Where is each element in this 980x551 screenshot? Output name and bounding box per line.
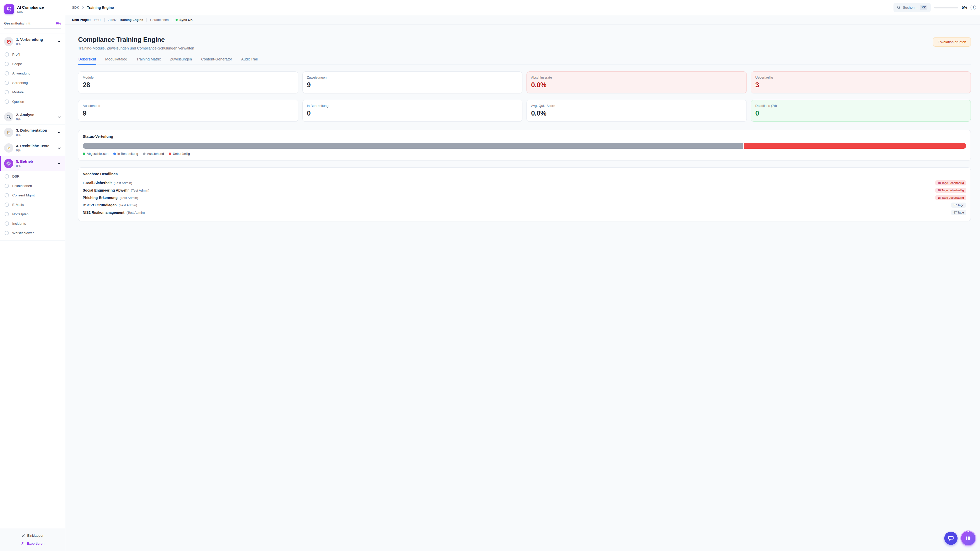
section-title: 3. Dokumentation [16,128,54,132]
stat-value: 0.0% [531,81,742,89]
magnifier-icon [4,112,13,121]
deadline-row-social-engineering-abwehr[interactable]: Social Engineering Abwehr(Test Admin)18 … [83,186,966,194]
stat-card-avg-quiz-score: Avg. Quiz-Score0.0% [527,100,747,122]
stat-value: 9 [307,81,518,89]
page-title: Compliance Training Engine [78,36,194,44]
sidebar-item-e-mails[interactable]: E-Mails [0,200,65,210]
sidebar-item-module[interactable]: Module [0,87,65,97]
stat-card-abschlussrate: Abschlussrate0.0% [527,71,747,94]
sidebar-item-label: Screening [12,81,28,85]
tab-content-generator[interactable]: Content-Generator [201,57,232,65]
floating-buttons [944,531,975,545]
tab-modulkatalog[interactable]: Modulkatalog [105,57,127,65]
tab-training-matrix[interactable]: Training Matrix [136,57,161,65]
page-header-text: Compliance Training Engine Training-Modu… [78,36,194,50]
stat-label: Module [83,76,294,79]
deadline-row-phishing-erkennung[interactable]: Phishing-Erkennung(Test Admin)18 Tage ue… [83,194,966,201]
sidebar-section-1-vorbereitung: 1. Vorbereitung0%ProfilScopeAnwendungScr… [0,34,65,109]
deadline-info: DSGVO Grundlagen(Test Admin) [83,203,137,207]
deadline-badge: 18 Tage ueberfaellig [935,180,966,186]
deadline-info: E-Mail-Sicherheit(Test Admin) [83,181,132,185]
deadline-badge: 18 Tage ueberfaellig [935,195,966,200]
sidebar-item-quellen[interactable]: Quellen [0,97,65,106]
target-icon [4,37,13,46]
stat-card-in-bearbeitung: In Bearbeitung0 [302,100,523,122]
deadline-row-nis2-risikomanagement[interactable]: NIS2 Risikomanagement(Test Admin)57 Tage [83,209,966,216]
chevron-down-icon [57,146,61,150]
sidebar-section-header-5-betrieb[interactable]: 5. Betrieb0% [0,156,65,171]
main-content: Compliance Training Engine Training-Modu… [65,24,980,551]
project-statusbar: Kein Projekt V001 Zuletzt: Training Engi… [65,15,980,24]
sidebar-item-dsr[interactable]: DSR [0,171,65,181]
project-name: Kein Projekt [72,18,91,22]
app-identity: AI Compliance SDK [17,5,44,13]
sidebar-item-eskalationen[interactable]: Eskalationen [0,181,65,191]
sidebar-item-screening[interactable]: Screening [0,78,65,87]
breadcrumb-root[interactable]: SDK [72,6,79,10]
tab-uebersicht[interactable]: Uebersicht [78,57,96,65]
sync-status-label: Sync OK [180,18,192,22]
shield-check-icon [4,4,14,14]
panels-button[interactable] [961,531,975,545]
divider [104,18,105,22]
topbar: SDK Training Engine Suchen... ⌘K 0% [65,0,980,15]
deadline-row-e-mail-sicherheit[interactable]: E-Mail-Sicherheit(Test Admin)18 Tage ueb… [83,179,966,186]
notification-dot [967,530,969,532]
check-escalation-button[interactable]: Eskalation pruefen [933,37,971,47]
section-text: 2. Analyse0% [16,113,54,121]
breadcrumb: SDK Training Engine [72,6,114,10]
app-subtitle: SDK [17,10,44,13]
sidebar-item-notfallplan[interactable]: Notfallplan [0,210,65,219]
section-title: 4. Rechtliche Texte [16,144,54,148]
help-icon[interactable]: ? [970,5,976,10]
sidebar-section-header-1-vorbereitung[interactable]: 1. Vorbereitung0% [0,34,65,49]
stat-card-zuweisungen: Zuweisungen9 [302,71,523,94]
sidebar-section-header-2-analyse[interactable]: 2. Analyse0% [0,109,65,124]
tab-audit-trail[interactable]: Audit Trail [241,57,258,65]
last-module-label: Zuletzt: Training Engine [108,18,143,22]
stat-value: 3 [756,81,966,89]
radio-circle-icon [5,100,9,104]
export-button[interactable]: Exportieren [0,540,65,548]
overall-progress-value: 0% [56,21,61,25]
sidebar-item-anwendung[interactable]: Anwendung [0,68,65,78]
legend-item-in-bearbeitung: In Bearbeitung [113,152,138,156]
chevron-down-icon [57,115,61,119]
sidebar-item-label: Incidents [12,222,26,225]
sidebar-item-profil[interactable]: Profil [0,50,65,59]
search-input[interactable]: Suchen... ⌘K [894,3,931,12]
app-name: AI Compliance [17,5,44,10]
section-text: 3. Dokumentation0% [16,128,54,137]
sidebar-section-header-3-dokumentation[interactable]: 3. Dokumentation0% [0,125,65,140]
tab-zuweisungen[interactable]: Zuweisungen [170,57,192,65]
tab-bar: UebersichtModulkatalogTraining MatrixZuw… [78,57,971,65]
legend-dot [83,152,85,155]
stat-label: Zuweisungen [307,76,518,79]
deadline-row-dsgvo-grundlagen[interactable]: DSGVO Grundlagen(Test Admin)57 Tage [83,201,966,209]
divider [172,18,172,22]
sidebar-item-scope[interactable]: Scope [0,59,65,68]
stat-label: Avg. Quiz-Score [531,104,742,108]
deadline-module-name: NIS2 Risikomanagement [83,210,124,214]
sidebar-item-incidents[interactable]: Incidents [0,219,65,228]
sidebar-section-header-4-rechtliche-texte[interactable]: 4. Rechtliche Texte0% [0,140,65,156]
radio-circle-icon [5,174,9,179]
status-distribution-card: Status-Verteilung AbgeschlossenIn Bearbe… [78,130,971,161]
search-placeholder: Suchen... [903,6,918,10]
radio-circle-icon [5,231,9,235]
collapse-sidebar-button[interactable]: Einklappen [0,532,65,540]
sidebar-item-label: Module [12,90,24,94]
stat-card-module: Module28 [78,71,298,94]
deadline-module-name: Phishing-Erkennung [83,196,118,200]
sidebar-item-whistleblower[interactable]: Whistleblower [0,228,65,238]
overall-progress: Gesamtfortschritt 0% [0,18,65,33]
status-distribution-bar [83,143,966,149]
last-activity-time: Gerade eben [150,18,169,22]
sidebar-item-consent-mgmt[interactable]: Consent Mgmt [0,191,65,200]
legend-dot [113,152,116,155]
deadline-module-name: E-Mail-Sicherheit [83,181,112,185]
section-progress: 0% [16,118,54,121]
radio-circle-icon [5,212,9,216]
search-icon [897,6,900,10]
chat-button[interactable] [944,532,958,545]
